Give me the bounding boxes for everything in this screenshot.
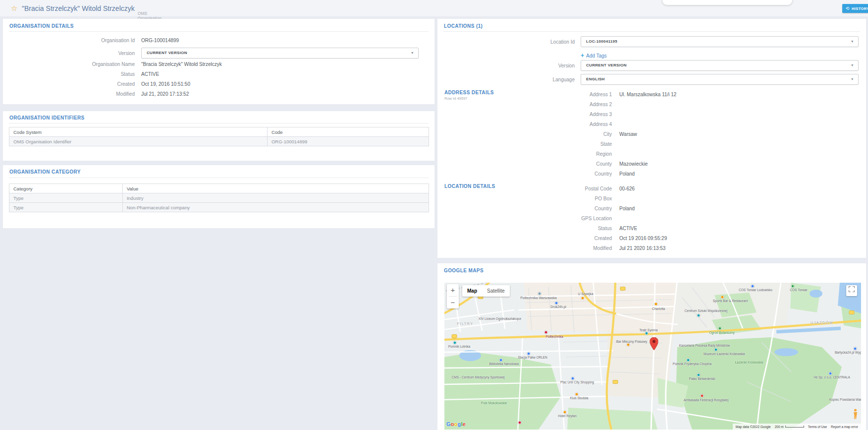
cell-category: Type xyxy=(9,193,123,203)
map-poi-icon[interactable] xyxy=(627,343,630,347)
field-label: Version xyxy=(3,51,141,56)
add-tags-button[interactable]: + Add Tags xyxy=(581,52,607,59)
column-header: Code xyxy=(267,127,429,137)
location-version-select-value: CURRENT VERSION xyxy=(586,63,627,67)
map-label: XIV Liceum Ogólnokształcące xyxy=(479,317,521,320)
map-zoom-control: + − xyxy=(447,284,459,308)
map-label: U Szwejka xyxy=(578,292,594,296)
map-poi-icon[interactable] xyxy=(854,347,857,351)
map-poi-icon[interactable] xyxy=(571,377,575,380)
map-scale-label: 200 m xyxy=(775,425,784,429)
map-poi-icon[interactable] xyxy=(518,421,522,425)
history-button[interactable]: ⟲ HISTORY ▾ xyxy=(842,4,868,13)
divider xyxy=(9,178,429,178)
map-poi-icon[interactable] xyxy=(714,348,718,352)
map-poi-icon[interactable] xyxy=(538,292,542,296)
google-logo[interactable]: Google xyxy=(446,421,466,427)
map-label: Politechnika Warszawska xyxy=(520,296,556,300)
cell-code: ORG-100014899 xyxy=(267,137,429,146)
organisation-id-value: ORG-100014899 xyxy=(141,38,179,43)
map-label: COS Torwar xyxy=(790,288,807,292)
map-poi-icon[interactable] xyxy=(527,352,531,356)
map-poi-icon[interactable] xyxy=(829,372,832,375)
county-value: Mazowieckie xyxy=(619,161,648,167)
version-select-value: CURRENT VERSION xyxy=(147,51,187,55)
map-poi-icon[interactable] xyxy=(687,359,690,362)
location-marker-icon[interactable] xyxy=(650,337,658,352)
map-poi-icon[interactable] xyxy=(581,297,585,300)
organisation-category-panel: ORGANISATION CATEGORY Category Value Typ… xyxy=(3,165,434,228)
map-poi-icon[interactable] xyxy=(697,314,701,317)
divider xyxy=(9,123,429,123)
map-poi-icon[interactable] xyxy=(544,331,548,334)
map-poi-icon[interactable] xyxy=(701,394,704,398)
loc-created-value: Oct 19 2016 09:55:29 xyxy=(619,236,667,241)
address1-value: Ul. Marszalkowska 11/i 12 xyxy=(619,92,676,97)
map-poi-icon[interactable] xyxy=(654,303,658,306)
location-id-select[interactable]: LOC-100041195 ▼ xyxy=(581,36,859,47)
chevron-down-icon: ▼ xyxy=(851,37,854,47)
terms-of-use-link[interactable]: Terms of Use xyxy=(808,425,827,429)
map-label: Pole Mokotowskie xyxy=(481,401,507,405)
map-label: Charlotta xyxy=(652,307,665,310)
chevron-down-icon: ▼ xyxy=(851,74,854,84)
field-label: Language xyxy=(437,77,575,82)
map-poi-icon[interactable] xyxy=(718,327,722,330)
map-poi-icon[interactable] xyxy=(645,332,649,335)
map-type-control: Map Satellite xyxy=(462,285,510,297)
table-row: Type Non-Pharmaceutical company xyxy=(9,203,429,212)
map-label: Politechnika xyxy=(545,335,563,338)
fullscreen-icon xyxy=(849,286,855,292)
version-select[interactable]: CURRENT VERSION ▼ xyxy=(141,48,419,59)
map-poi-icon[interactable] xyxy=(499,359,503,362)
map-type-map-button[interactable]: Map xyxy=(462,285,482,297)
location-version-select[interactable]: CURRENT VERSION ▼ xyxy=(581,60,859,71)
category-table: Category Value Type Industry Type Non-Ph… xyxy=(9,184,429,212)
map-label: Bar Mleczny Prasowy xyxy=(616,340,648,343)
map-poi-icon[interactable] xyxy=(791,285,795,288)
field-label: Organisation Id xyxy=(3,38,141,43)
map-label: Hotel Reytan xyxy=(558,414,577,418)
created-value: Oct 19, 2016 10:51:50 xyxy=(141,81,190,87)
map-poi-icon[interactable] xyxy=(575,393,579,396)
zoom-in-button[interactable]: + xyxy=(447,284,459,296)
map-label: Pomnik Fryderyka Chopina xyxy=(673,362,711,366)
cell-value: Industry xyxy=(122,193,429,203)
organisation-details-panel: ORGANISATION DETAILS Organisation IdORG-… xyxy=(3,19,434,104)
report-map-error-link[interactable]: Report a map error xyxy=(831,425,858,429)
google-logo-letter: G xyxy=(446,421,451,427)
fullscreen-button[interactable] xyxy=(846,285,857,296)
page: ☆ "Bracia Strzelczyk" Witold StrzelczykO… xyxy=(0,0,868,430)
pegman-icon[interactable] xyxy=(853,409,858,422)
map-poi-icon[interactable] xyxy=(555,302,558,305)
status-value: ACTIVE xyxy=(141,71,159,77)
map-canvas[interactable]: Politechnika WarszawskaU SzwejkaDruk24h.… xyxy=(444,283,861,430)
top-bar: ☆ "Bracia Strzelczyk" Witold StrzelczykO… xyxy=(0,0,868,16)
chevron-down-icon: ▼ xyxy=(851,61,854,70)
map-poi-icon[interactable] xyxy=(721,296,724,299)
google-logo-letter: o xyxy=(454,421,458,427)
column-header: Category xyxy=(9,184,123,193)
language-select-value: ENGLISH xyxy=(586,77,605,81)
map-label: Centrum Sztuki Współczesnej xyxy=(685,309,727,312)
map-label: Pałac Belwederski xyxy=(689,377,715,380)
road-shield-icon xyxy=(849,310,855,314)
modified-value: Jul 21, 2020 17:13:52 xyxy=(141,91,189,97)
map-poi-icon[interactable] xyxy=(751,285,755,288)
map-poi-icon[interactable] xyxy=(563,411,567,414)
field-label: Version xyxy=(437,63,575,68)
language-select[interactable]: ENGLISH ▼ xyxy=(581,74,859,85)
postal-code-value: 00-626 xyxy=(619,186,635,191)
map-label: Biblioteka Narodowa xyxy=(489,362,519,366)
history-icon: ⟲ xyxy=(846,6,850,11)
google-maps-panel: GOOGLE MAPS xyxy=(437,263,866,430)
map-label: Łazienki Królewskie xyxy=(735,361,763,364)
map-type-satellite-button[interactable]: Satellite xyxy=(482,285,510,297)
page-title: "Bracia Strzelczyk" Witold StrzelczykOMS… xyxy=(22,4,135,12)
favorite-star-icon[interactable]: ☆ xyxy=(11,4,17,13)
map-poi-icon[interactable] xyxy=(697,373,701,377)
map-poi-icon[interactable] xyxy=(453,341,457,345)
column-header: Code System xyxy=(9,127,268,137)
zoom-out-button[interactable]: − xyxy=(447,297,459,308)
field-label: Country xyxy=(437,206,612,211)
